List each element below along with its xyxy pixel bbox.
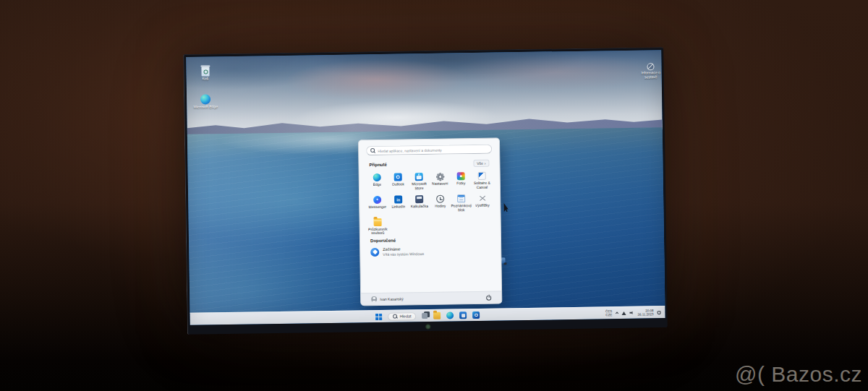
file-explorer-icon: [374, 218, 382, 225]
pinned-app-outlook[interactable]: Outlook: [388, 171, 409, 191]
language-line2: CZE: [605, 313, 612, 317]
pinned-app-microsoft-store[interactable]: Microsoft Store: [409, 171, 430, 191]
tray-chevron-icon[interactable]: [616, 311, 618, 314]
messenger-icon: [373, 196, 381, 204]
taskbar-search-label: Hledat: [400, 314, 412, 318]
solitaire-icon: [478, 172, 486, 180]
user-name: Ivan Kasanský: [380, 296, 404, 301]
file-explorer-taskbar-icon[interactable]: [433, 312, 441, 319]
desktop-icon-label: Microsoft Edge: [194, 105, 218, 109]
pinned-app-settings[interactable]: Nastavení: [430, 171, 451, 190]
photos-icon: [457, 172, 465, 180]
app-label: Fotky: [456, 181, 465, 186]
start-menu: Hledat aplikace, nastavení a dokumenty P…: [358, 137, 502, 306]
app-label: Microsoft Store: [409, 182, 430, 191]
outlook-icon: [394, 173, 402, 181]
desktop-icon-label: Informace o sestavě: [637, 71, 665, 80]
app-label: Solitaire & Casual Games: [472, 181, 493, 190]
power-button[interactable]: [486, 295, 491, 300]
app-label: Výstřižky: [475, 204, 490, 208]
outlook-taskbar-icon[interactable]: [472, 311, 480, 319]
pinned-app-notepad[interactable]: Poznámkový blok: [451, 193, 472, 212]
user-avatar-icon: [371, 296, 377, 302]
pinned-app-clock[interactable]: Hodiny: [430, 193, 451, 212]
notification-icon[interactable]: [657, 311, 660, 314]
calculator-icon: [415, 195, 423, 203]
start-search-box[interactable]: Hledat aplikace, nastavení a dokumenty: [366, 145, 492, 156]
start-button[interactable]: [375, 313, 382, 319]
app-label: Průzkumník souborů: [367, 227, 388, 236]
desktop-icon-label: Koš: [202, 77, 208, 81]
pinned-apps-grid: Edge Outlook Microsoft Store Nastavení: [359, 168, 501, 236]
settings-gear-icon: [436, 173, 444, 181]
volume-icon[interactable]: [629, 311, 634, 314]
pinned-app-photos[interactable]: Fotky: [451, 171, 472, 190]
microsoft-store-icon: [415, 173, 423, 181]
task-view-button[interactable]: [422, 313, 427, 319]
bazos-watermark: @( Bazos.cz: [735, 362, 862, 387]
pinned-app-solitaire[interactable]: Solitaire & Casual Games: [472, 171, 493, 190]
pinned-app-linkedin[interactable]: LinkedIn: [388, 194, 409, 213]
desktop-icon-recycle-bin[interactable]: Koš: [190, 66, 219, 81]
taskbar-clock[interactable]: 20:08 26.11.2023: [637, 309, 653, 317]
recycle-bin-icon: [201, 66, 209, 76]
search-icon: [370, 148, 375, 153]
app-label: Edge: [373, 183, 381, 187]
monitor: Koš Microsoft Edge Informace o sestavě H…: [183, 47, 668, 335]
pinned-app-edge[interactable]: Edge: [367, 172, 388, 192]
app-label: Outlook: [392, 182, 404, 186]
snipping-tool-icon: [478, 194, 486, 202]
pinned-app-calculator[interactable]: Kalkulačka: [409, 194, 430, 213]
start-user-bar: Ivan Kasanský: [361, 291, 501, 305]
photo-of-monitor: Koš Microsoft Edge Informace o sestavě H…: [0, 0, 868, 391]
app-label: LinkedIn: [391, 205, 405, 209]
recommended-title: Začínáme: [383, 246, 424, 252]
app-label: Messenger: [368, 205, 386, 210]
user-account-button[interactable]: Ivan Kasanský: [371, 296, 404, 302]
edge-icon: [373, 173, 381, 181]
pinned-app-file-explorer[interactable]: Průzkumník souborů: [367, 216, 388, 236]
all-apps-label: Vše: [477, 161, 483, 166]
desktop-icon-edge[interactable]: Microsoft Edge: [191, 94, 220, 109]
app-label: Kalkulačka: [411, 205, 428, 209]
linkedin-icon: [394, 195, 402, 203]
monitor-screen: Koš Microsoft Edge Informace o sestavě H…: [186, 50, 665, 325]
chevron-right-icon: ›: [485, 161, 486, 166]
edge-taskbar-icon[interactable]: [446, 311, 454, 319]
clock-icon: [436, 195, 444, 203]
store-taskbar-icon[interactable]: [459, 311, 467, 319]
taskbar-search[interactable]: Hledat: [388, 312, 417, 321]
search-icon: [393, 314, 398, 319]
pinned-heading: Připnuté: [369, 163, 386, 167]
recommended-subtitle: Vítá vás systém Windows: [383, 252, 424, 257]
clock-date: 26.11.2023: [637, 312, 653, 317]
edge-icon: [200, 94, 210, 104]
language-indicator[interactable]: ČES CZE: [605, 309, 612, 317]
notepad-icon: [457, 194, 465, 202]
app-label: Nastavení: [432, 182, 448, 186]
pinned-app-snipping-tool[interactable]: Výstřižky: [472, 193, 493, 212]
network-icon[interactable]: [621, 311, 626, 314]
search-placeholder: Hledat aplikace, nastavení a dokumenty: [378, 147, 442, 152]
info-circle-icon: [647, 63, 654, 70]
recommended-item-get-started[interactable]: Začínáme Vítá vás systém Windows: [370, 246, 490, 257]
monitor-brand-logo: [425, 324, 430, 330]
recommended-heading: Doporučené: [370, 239, 396, 244]
get-started-icon: [370, 247, 379, 256]
all-apps-button[interactable]: Vše ›: [473, 160, 489, 167]
app-label: Poznámkový blok: [451, 204, 472, 212]
app-label: Hodiny: [435, 205, 446, 209]
desktop-icon-info[interactable]: Informace o sestavě: [636, 63, 665, 80]
pinned-app-messenger[interactable]: Messenger: [367, 194, 388, 214]
